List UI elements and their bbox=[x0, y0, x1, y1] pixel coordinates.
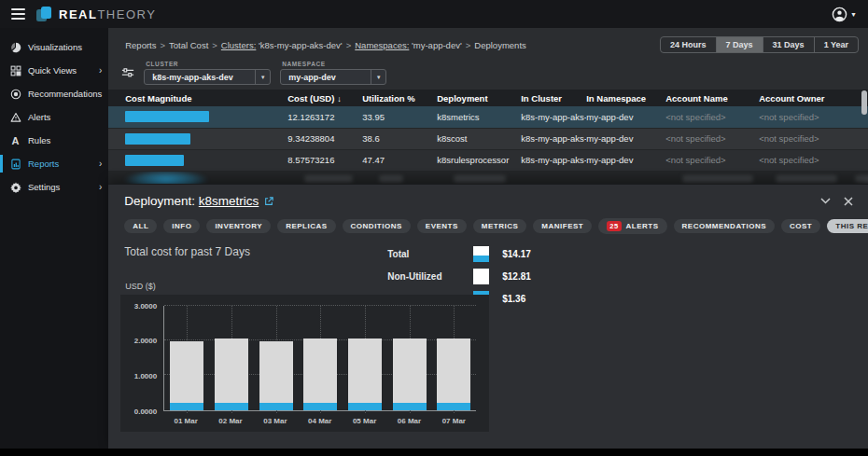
sidebar: Visualizations Quick Views › Recommendat… bbox=[0, 28, 108, 449]
cost-magnitude-bar-blurred bbox=[123, 172, 209, 184]
time-range-7-days[interactable]: 7 Days bbox=[716, 37, 763, 52]
user-avatar-icon bbox=[832, 7, 847, 22]
panel-title: Deployment: k8smetrics bbox=[124, 194, 259, 208]
collapse-panel-icon[interactable] bbox=[820, 198, 831, 204]
bar-slot bbox=[164, 306, 209, 410]
table-row[interactable]: 12.1263172 33.95 k8smetrics k8s-my-app-a… bbox=[108, 106, 868, 128]
breadcrumb-clusters-link[interactable]: Clusters: bbox=[221, 40, 256, 50]
table-row[interactable]: 9.34238804 38.6 k8scost k8s-my-app-aks-d… bbox=[108, 128, 868, 149]
chevron-right-icon: › bbox=[99, 183, 102, 192]
column-header-deployment[interactable]: Deployment bbox=[437, 90, 521, 106]
account-name-value: <not specified> bbox=[665, 149, 759, 171]
bar-segment-utilized bbox=[348, 403, 382, 409]
sidebar-item-label: Quick Views bbox=[28, 65, 77, 76]
chart-x-axis: 01 Mar02 Mar03 Mar04 Mar05 Mar06 Mar07 M… bbox=[163, 411, 476, 432]
table-row[interactable]: 8.57573216 47.47 k8srulesprocessor k8s-m… bbox=[108, 149, 868, 171]
in-namespace-value: my-app-dev bbox=[586, 128, 665, 149]
caret-down-icon: ▼ bbox=[371, 70, 385, 84]
sidebar-item-label: Recommendations bbox=[28, 89, 102, 99]
deployment-link[interactable]: k8smetrics bbox=[199, 194, 259, 208]
tab-replicas[interactable]: REPLICAS bbox=[277, 219, 335, 233]
y-tick-label: 2.0000 bbox=[134, 337, 157, 345]
time-range-24-hours[interactable]: 24 Hours bbox=[661, 37, 716, 52]
time-range-31-days[interactable]: 31 Days bbox=[763, 37, 814, 52]
deployment-name: k8scost bbox=[437, 128, 521, 149]
tab-events[interactable]: EVENTS bbox=[417, 219, 467, 233]
sidebar-item-rules[interactable]: A Rules bbox=[0, 129, 108, 152]
table-scrollbar bbox=[861, 90, 867, 184]
chevron-right-icon: › bbox=[99, 159, 102, 169]
bar-segment-non-utilized bbox=[303, 339, 337, 403]
bar-segment-non-utilized bbox=[393, 339, 427, 403]
scrollbar-thumb[interactable] bbox=[861, 90, 867, 115]
hamburger-menu-icon[interactable] bbox=[11, 8, 25, 20]
utilization-value: 38.6 bbox=[362, 128, 437, 149]
legend-swatch-total bbox=[473, 246, 489, 262]
bar-slot bbox=[343, 306, 387, 410]
sidebar-item-settings[interactable]: Settings › bbox=[0, 175, 108, 199]
tab-recommendations[interactable]: RECOMMENDATIONS bbox=[674, 219, 775, 233]
breadcrumb-reports[interactable]: Reports bbox=[125, 40, 156, 50]
column-header-account-owner[interactable]: Account Owner bbox=[759, 90, 868, 106]
bar-segment-non-utilized bbox=[437, 339, 470, 403]
tab-metrics[interactable]: METRICS bbox=[473, 219, 527, 233]
x-tick-label: 05 Mar bbox=[343, 411, 387, 432]
column-header-account-name[interactable]: Account Name bbox=[665, 90, 759, 106]
alerts-count-badge: 25 bbox=[607, 221, 621, 231]
time-range-1-year[interactable]: 1 Year bbox=[814, 37, 858, 52]
tab-all[interactable]: ALL bbox=[124, 219, 157, 233]
cluster-dropdown[interactable]: k8s-my-app-aks-dev ▼ bbox=[144, 69, 271, 85]
breadcrumb-total-cost[interactable]: Total Cost bbox=[169, 40, 208, 50]
stacked-bar-03-mar bbox=[259, 306, 293, 410]
tab-info[interactable]: INFO bbox=[163, 219, 200, 233]
partially-visible-row bbox=[108, 172, 868, 184]
sidebar-item-recommendations[interactable]: Recommendations bbox=[0, 82, 108, 105]
in-namespace-value: my-app-dev bbox=[586, 106, 665, 128]
column-header-utilization[interactable]: Utilization % bbox=[362, 90, 437, 106]
deployment-name: k8smetrics bbox=[437, 106, 521, 128]
tab-conditions[interactable]: CONDITIONS bbox=[343, 219, 411, 233]
cost-bar-chart: 0.00001.00002.00003.0000 01 Mar02 Mar03 … bbox=[120, 295, 489, 432]
detail-tabs: ALL INFO INVENTORY REPLICAS CONDITIONS E… bbox=[124, 218, 868, 234]
namespace-dropdown-value: my-app-dev bbox=[281, 70, 371, 84]
legend-row-non-utilized: Non-Utilized $12.81 bbox=[387, 269, 531, 284]
legend-row-total: Total $14.17 bbox=[387, 246, 531, 262]
letter-a-icon: A bbox=[9, 134, 21, 146]
user-menu-button[interactable]: ▼ bbox=[832, 7, 857, 22]
bar-slot bbox=[298, 306, 343, 410]
breadcrumb: Reports>Total Cost>Clusters: 'k8s-my-app… bbox=[125, 40, 526, 50]
stacked-bar-02-mar bbox=[215, 306, 248, 410]
bar-segment-utilized bbox=[215, 403, 248, 409]
column-header-in-namespace[interactable]: In Namespace bbox=[586, 90, 665, 106]
chart-y-axis: 0.00001.00002.00003.0000 bbox=[124, 306, 163, 411]
close-panel-icon[interactable] bbox=[844, 197, 853, 206]
in-cluster-value: k8s-my-app-aks-dev bbox=[521, 106, 586, 128]
sidebar-item-reports[interactable]: Reports › bbox=[0, 152, 108, 175]
tab-inventory[interactable]: INVENTORY bbox=[206, 219, 271, 233]
chart-plot bbox=[163, 306, 476, 411]
sidebar-item-quick-views[interactable]: Quick Views › bbox=[0, 59, 108, 82]
column-header-cost-usd[interactable]: Cost (USD)↓ bbox=[287, 90, 362, 106]
stacked-bar-04-mar bbox=[303, 306, 337, 410]
tab-manifest[interactable]: MANIFEST bbox=[533, 219, 592, 233]
in-cluster-value: k8s-my-app-aks-dev bbox=[521, 149, 586, 171]
bar-slot bbox=[254, 306, 299, 410]
column-header-cost-magnitude[interactable]: Cost Magnitude bbox=[108, 90, 287, 106]
breadcrumb-namespaces-link[interactable]: Namespaces: bbox=[355, 40, 409, 50]
bar-segment-utilized bbox=[170, 403, 203, 409]
bar-segment-utilized bbox=[259, 403, 293, 409]
bar-segment-non-utilized bbox=[170, 341, 203, 403]
chevron-right-icon: › bbox=[99, 66, 102, 76]
tab-alerts[interactable]: 25ALERTS bbox=[598, 218, 666, 234]
in-namespace-value: my-app-dev bbox=[586, 149, 665, 171]
filter-sliders-icon[interactable] bbox=[121, 66, 134, 83]
namespace-dropdown[interactable]: my-app-dev ▼ bbox=[280, 69, 386, 85]
column-header-in-cluster[interactable]: In Cluster bbox=[521, 90, 586, 106]
bar-slot bbox=[387, 306, 432, 410]
sidebar-item-visualizations[interactable]: Visualizations bbox=[0, 35, 108, 59]
external-link-icon[interactable] bbox=[264, 193, 273, 210]
tab-cost[interactable]: COST bbox=[781, 219, 820, 233]
tab-this-report[interactable]: THIS REPORT bbox=[827, 219, 868, 233]
sidebar-item-label: Reports bbox=[28, 159, 59, 169]
sidebar-item-alerts[interactable]: Alerts bbox=[0, 105, 108, 129]
